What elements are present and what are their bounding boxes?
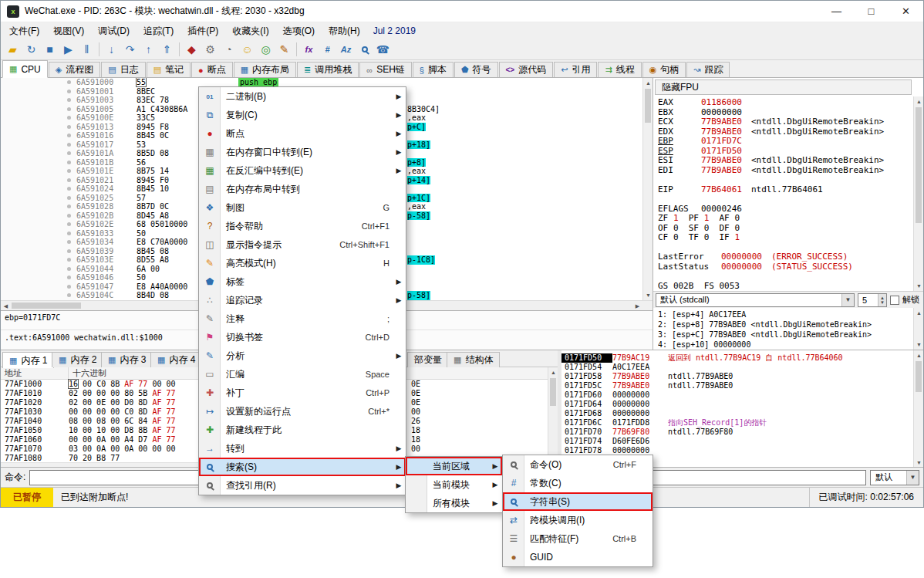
scrollbar-thumb[interactable] <box>12 303 81 309</box>
dump-tab-struct[interactable]: ▦结构体 <box>447 352 500 367</box>
tab-seh[interactable]: ∞SEH链 <box>359 62 412 77</box>
checkbox-icon[interactable] <box>890 296 899 305</box>
breakpoint-gutter[interactable] <box>1 238 76 247</box>
run-to-user-code-icon[interactable]: ⇑ <box>158 41 176 58</box>
spinner-arrows-icon[interactable]: ▲▼ <box>878 294 886 306</box>
stack-row[interactable]: 0171FD54A0C17EEA <box>561 363 923 372</box>
submenu-item-command[interactable]: 命令(O)Ctrl+F <box>503 455 653 474</box>
menu-item-graph[interactable]: ❖制图G <box>199 198 406 217</box>
breakpoint-gutter[interactable] <box>1 176 76 185</box>
calling-convention-select[interactable]: 默认 (stdcall) ▼ <box>656 293 855 307</box>
stack-row[interactable]: 0171FD7077B69F80ntdll.77B69F80 <box>561 428 923 437</box>
menu-item-patch[interactable]: ✚补丁Ctrl+P <box>199 384 406 402</box>
register-row[interactable]: LastStatus00000000(STATUS_SUCCESS) <box>658 262 912 272</box>
menu-item-analysis[interactable]: ✎分析▶ <box>199 346 406 365</box>
breakpoint-dot-icon[interactable] <box>67 116 71 120</box>
breakpoint-dot-icon[interactable] <box>67 240 71 244</box>
favourites-icon[interactable]: ☺ <box>238 41 256 58</box>
register-row[interactable]: GS 002B FS 0053 <box>658 282 912 292</box>
disasm-row[interactable]: 6A59100055push ebp <box>1 78 642 87</box>
stack-row[interactable]: 0171FD6800000000 <box>561 409 923 418</box>
register-row[interactable]: EIP77B64061ntdll.77B64061 <box>658 185 912 195</box>
breakpoint-dot-icon[interactable] <box>67 80 71 84</box>
breakpoint-gutter[interactable] <box>1 167 76 176</box>
breakpoint-gutter[interactable] <box>1 113 76 123</box>
trace-icon[interactable]: ◆ <box>183 41 201 58</box>
stack-row[interactable]: 0171FD6000000000 <box>561 390 923 400</box>
attach-icon[interactable]: ☎ <box>374 41 392 58</box>
open-file-icon[interactable]: ▰ <box>4 41 22 58</box>
hide-fpu-button[interactable]: 隐藏FPU <box>655 79 912 95</box>
scroll-up-icon[interactable]: ▲ <box>914 308 924 318</box>
menu-item-copy[interactable]: ⧉复制(C)▶ <box>199 106 406 124</box>
menu-options[interactable]: 选项(O) <box>276 22 322 40</box>
menu-file[interactable]: 文件(F) <box>2 22 46 40</box>
tab-graph[interactable]: ◈流程图 <box>49 62 100 77</box>
constant-toolbar-icon[interactable]: # <box>319 41 336 58</box>
chevron-down-icon[interactable]: ▼ <box>841 294 854 306</box>
breakpoint-gutter[interactable] <box>1 211 76 221</box>
breakpoint-gutter[interactable] <box>1 229 76 238</box>
breakpoint-gutter[interactable] <box>1 158 76 167</box>
breakpoint-gutter[interactable] <box>1 96 76 105</box>
menu-item-follow-in-memory-map[interactable]: ▤在内存布局中转到 <box>199 180 406 198</box>
breakpoint-gutter[interactable] <box>1 78 76 87</box>
menu-help[interactable]: 帮助(H) <box>322 22 367 40</box>
tab-symbols[interactable]: ⬟符号 <box>454 62 498 77</box>
submenu-item-current-module[interactable]: 当前模块▶ <box>406 475 502 494</box>
dump-tab-memory-2[interactable]: ▦内存 2 <box>52 352 103 367</box>
tab-log[interactable]: ▤日志 <box>101 62 145 77</box>
breakpoint-dot-icon[interactable] <box>67 125 71 129</box>
arguments-scrollbar[interactable]: ▲ ▼ <box>913 308 923 350</box>
breakpoint-gutter[interactable] <box>1 255 76 265</box>
breakpoint-dot-icon[interactable] <box>67 151 71 155</box>
menu-item-show-mnemonic-brief[interactable]: ◫显示指令提示Ctrl+Shift+F1 <box>199 235 406 254</box>
stack-row[interactable]: 0171FD5077B9AC19返回到 ntdll.77B9AC19 自 ntd… <box>561 353 923 363</box>
close-button[interactable]: ✕ <box>889 1 923 22</box>
breakpoint-dot-icon[interactable] <box>67 178 71 182</box>
argument-row[interactable]: 3: [esp+C] 77B9ABE0 <ntdll.DbgUiRemoteBr… <box>658 330 912 340</box>
menu-item-label[interactable]: ⬟标签▶ <box>199 272 406 291</box>
breakpoint-gutter[interactable] <box>1 291 76 300</box>
execute-till-return-icon[interactable]: ↑ <box>140 41 157 58</box>
submenu-item-intermodular-calls[interactable]: ⇄跨模块调用(I) <box>503 511 653 529</box>
menu-item-trace-record[interactable]: ∴追踪记录▶ <box>199 291 406 309</box>
menu-item-search[interactable]: 搜索(S)▶ <box>199 458 406 476</box>
argument-row[interactable]: 4: [esp+10] 00000000 <box>658 340 912 350</box>
scrollbar-thumb[interactable] <box>916 107 922 223</box>
register-row[interactable]: EDX77B9ABE0<ntdll.DbgUiRemoteBreakin> <box>658 127 912 137</box>
breakpoint-gutter[interactable] <box>1 247 76 256</box>
fx-icon[interactable]: fx <box>300 41 318 58</box>
breakpoint-gutter[interactable] <box>1 273 76 282</box>
menu-debug[interactable]: 调试(D) <box>91 22 137 40</box>
menu-plugins[interactable]: 插件(P) <box>180 22 225 40</box>
breakpoint-dot-icon[interactable] <box>67 232 71 235</box>
register-gap[interactable] <box>658 194 912 204</box>
submenu-item-guid[interactable]: ●GUID <box>503 548 653 566</box>
stack-row[interactable]: 0171FD6C0171FDD8指向SEH_Record[1]的指针 <box>561 418 923 428</box>
register-row[interactable]: CF 0 TF 0 IF 1 <box>658 233 912 243</box>
tab-trace[interactable]: ↝跟踪 <box>686 62 730 77</box>
run-icon[interactable]: ▶ <box>59 41 77 58</box>
breakpoint-dot-icon[interactable] <box>67 222 71 226</box>
breakpoint-dot-icon[interactable] <box>67 143 71 147</box>
tab-source[interactable]: <>源代码 <box>499 62 554 77</box>
registers-scrollbar[interactable]: ▲ ▼ <box>913 96 923 291</box>
breakpoint-dot-icon[interactable] <box>67 98 71 102</box>
menu-item-find-references[interactable]: 查找引用(R)▶ <box>199 476 406 495</box>
breakpoint-dot-icon[interactable] <box>67 134 71 137</box>
breakpoint-dot-icon[interactable] <box>67 214 71 218</box>
dump-tab-memory-4[interactable]: ▦内存 4 <box>150 352 202 367</box>
argument-row[interactable]: 1: [esp+4] A0C17EEA <box>658 309 912 319</box>
command-profile-select[interactable]: 默认 ▼ <box>870 470 919 485</box>
breakpoint-gutter[interactable] <box>1 194 76 203</box>
tab-memory-map[interactable]: ▦内存布局 <box>234 62 296 77</box>
breakpoint-gutter[interactable] <box>1 220 76 229</box>
submenu-item-pattern[interactable]: ☰匹配特征(F)Ctrl+B <box>503 529 653 548</box>
scrollbar-thumb[interactable] <box>550 378 556 406</box>
breakpoint-gutter[interactable] <box>1 140 76 150</box>
menu-item-highlight-mode[interactable]: ✎高亮模式(H)H <box>199 254 406 272</box>
breakpoint-gutter[interactable] <box>1 123 76 132</box>
tab-handles[interactable]: ◉句柄 <box>642 62 686 77</box>
breakpoint-dot-icon[interactable] <box>67 107 71 111</box>
